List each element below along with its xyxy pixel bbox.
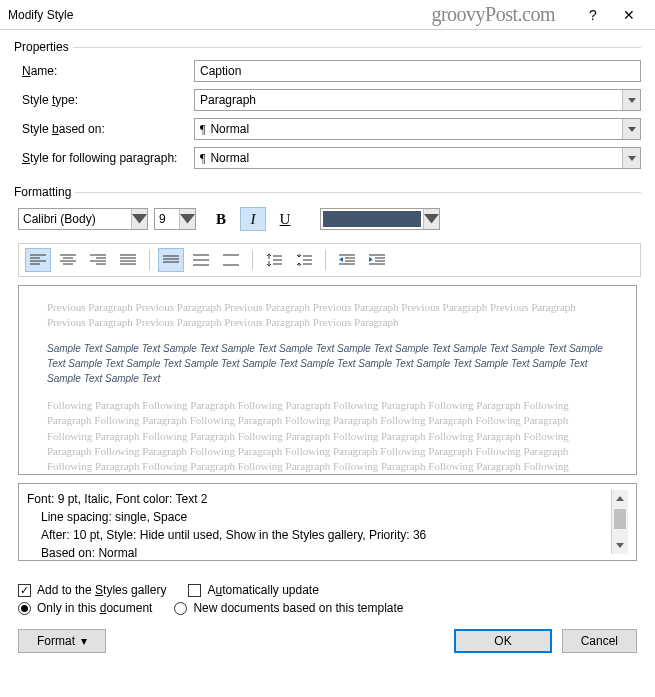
properties-group: Properties Name: Style type: Paragraph S…	[14, 40, 641, 175]
auto-update-checkbox[interactable]: Automatically update	[188, 583, 318, 597]
following-combo[interactable]: ¶ Normal	[194, 147, 641, 169]
indent-increase-button[interactable]	[364, 248, 390, 272]
properties-legend: Properties	[14, 40, 73, 54]
help-button[interactable]: ?	[575, 7, 611, 23]
desc-line: Font: 9 pt, Italic, Font color: Text 2	[27, 490, 611, 508]
chevron-down-icon	[622, 119, 640, 139]
size-combo[interactable]: 9	[154, 208, 196, 230]
style-type-value: Paragraph	[200, 93, 256, 107]
format-button[interactable]: Format▾	[18, 629, 106, 653]
scrollbar[interactable]	[611, 490, 628, 554]
preview-sample: Sample Text Sample Text Sample Text Samp…	[47, 341, 608, 386]
watermark: groovyPost.com	[431, 3, 555, 26]
scroll-track[interactable]	[612, 507, 628, 537]
size-value: 9	[159, 212, 166, 226]
desc-line: After: 10 pt, Style: Hide until used, Sh…	[27, 526, 611, 544]
desc-line: Line spacing: single, Space	[27, 508, 611, 526]
chevron-down-icon	[131, 209, 147, 229]
scroll-up-icon[interactable]	[612, 490, 628, 507]
chevron-down-icon	[622, 90, 640, 110]
close-button[interactable]: ✕	[611, 7, 647, 23]
spacing-2-button[interactable]	[218, 248, 244, 272]
align-justify-button[interactable]	[115, 248, 141, 272]
separator	[149, 250, 150, 270]
align-right-button[interactable]	[85, 248, 111, 272]
desc-line: Based on: Normal	[27, 544, 611, 562]
align-center-button[interactable]	[55, 248, 81, 272]
font-combo[interactable]: Calibri (Body)	[18, 208, 148, 230]
chevron-down-icon	[179, 209, 195, 229]
separator	[325, 250, 326, 270]
following-value: Normal	[210, 151, 249, 165]
align-left-button[interactable]	[25, 248, 51, 272]
formatting-legend: Formatting	[14, 185, 75, 199]
ok-button[interactable]: OK	[454, 629, 551, 653]
style-type-combo[interactable]: Paragraph	[194, 89, 641, 111]
new-docs-template-radio[interactable]: New documents based on this template	[174, 601, 403, 615]
font-value: Calibri (Body)	[23, 212, 96, 226]
chevron-down-icon	[423, 209, 439, 229]
only-this-doc-radio[interactable]: Only in this document	[18, 601, 152, 615]
description-box: Font: 9 pt, Italic, Font color: Text 2 L…	[18, 483, 637, 561]
add-to-gallery-checkbox[interactable]: Add to the Styles gallery	[18, 583, 166, 597]
pilcrow-icon: ¶	[200, 122, 205, 137]
radio-icon	[18, 602, 31, 615]
scroll-down-icon[interactable]	[612, 537, 628, 554]
based-on-value: Normal	[210, 122, 249, 136]
checkbox-icon	[188, 584, 201, 597]
button-row: Format▾ OK Cancel	[18, 629, 637, 653]
paragraph-toolbar	[18, 243, 641, 277]
based-on-combo[interactable]: ¶ Normal	[194, 118, 641, 140]
radio-icon	[174, 602, 187, 615]
font-color-picker[interactable]	[320, 208, 440, 230]
separator	[252, 250, 253, 270]
style-type-label: Style type:	[14, 93, 194, 107]
underline-button[interactable]: U	[272, 207, 298, 231]
italic-button[interactable]: I	[240, 207, 266, 231]
caret-down-icon: ▾	[81, 634, 87, 648]
name-label: Name:	[14, 64, 194, 78]
options-area: Add to the Styles gallery Automatically …	[18, 583, 637, 615]
preview-box: Previous Paragraph Previous Paragraph Pr…	[18, 285, 637, 475]
space-before-dec-button[interactable]	[291, 248, 317, 272]
titlebar: Modify Style groovyPost.com ? ✕	[0, 0, 655, 30]
indent-decrease-button[interactable]	[334, 248, 360, 272]
dialog-title: Modify Style	[8, 8, 73, 22]
cancel-button[interactable]: Cancel	[562, 629, 637, 653]
based-on-label: Style based on:	[14, 122, 194, 136]
spacing-1-button[interactable]	[158, 248, 184, 272]
following-label: Style for following paragraph:	[14, 151, 194, 165]
bold-button[interactable]: B	[208, 207, 234, 231]
name-input[interactable]	[194, 60, 641, 82]
space-before-inc-button[interactable]	[261, 248, 287, 272]
scroll-thumb[interactable]	[614, 509, 626, 529]
preview-following: Following Paragraph Following Paragraph …	[47, 398, 608, 475]
pilcrow-icon: ¶	[200, 151, 205, 166]
preview-previous: Previous Paragraph Previous Paragraph Pr…	[47, 300, 608, 331]
color-swatch	[323, 211, 421, 227]
checkbox-icon	[18, 584, 31, 597]
spacing-1-5-button[interactable]	[188, 248, 214, 272]
chevron-down-icon	[622, 148, 640, 168]
formatting-group: Formatting Calibri (Body) 9 B I U	[14, 185, 641, 573]
